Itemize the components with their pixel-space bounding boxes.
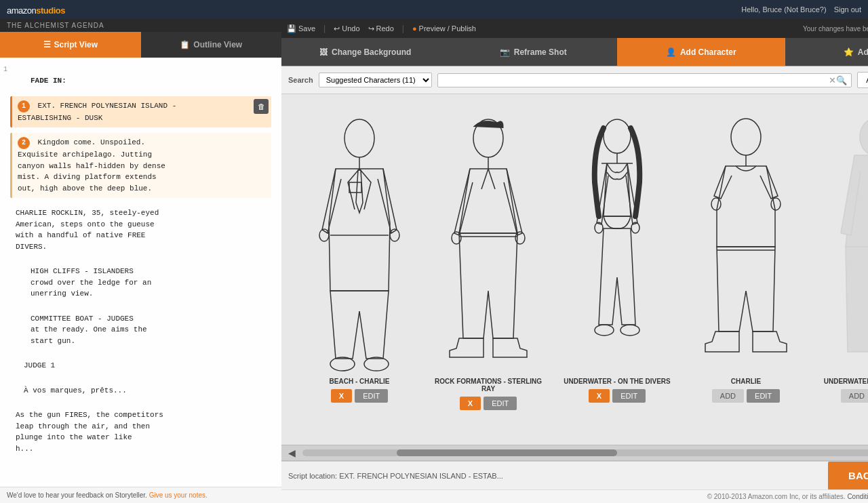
reframe-icon: 📷 bbox=[500, 47, 510, 57]
character-figure-on-divers bbox=[573, 108, 661, 372]
scroll-arrows: ◀ ▶ bbox=[287, 447, 868, 458]
character-card-beach-charlie: BEACH - CHARLIE X EDIT bbox=[295, 101, 424, 409]
undo-button[interactable]: ↩ Undo bbox=[334, 24, 359, 33]
svg-point-22 bbox=[771, 198, 781, 210]
add-new-character-button[interactable]: Add New Character bbox=[857, 72, 868, 88]
toolbar-right: Your changes have been saved | ❓ Help bbox=[803, 24, 868, 33]
feedback-link[interactable]: Give us your notes. bbox=[149, 491, 208, 499]
character-card-sterling-ray: ROCK FORMATIONS - STERLING RAY X EDIT bbox=[424, 101, 553, 417]
script-fade-in: FADE IN: bbox=[10, 71, 271, 91]
main-layout: THE ALCHEMIST AGENDA ☰ Script View 📋 Out… bbox=[0, 19, 868, 503]
amazon-studios-logo: amazonstudios bbox=[7, 4, 65, 16]
svg-point-21 bbox=[711, 198, 721, 210]
tab-script-view[interactable]: ☰ Script View bbox=[0, 32, 141, 58]
scrollbar-row: ◀ ▶ bbox=[281, 445, 868, 461]
character-card-scalloped: UNDERWATER - A SCALLOPED ADD EDIT bbox=[810, 101, 868, 409]
save-icon: 💾 bbox=[287, 24, 296, 33]
script-action-cliffs: HIGH CLIFFS - ISLANDERScrowd over the le… bbox=[10, 262, 271, 304]
project-title: THE ALCHEMIST AGENDA bbox=[0, 19, 281, 32]
scrollbar-track[interactable] bbox=[302, 449, 868, 456]
delete-scene-button[interactable]: 🗑 bbox=[254, 99, 269, 114]
character-card-charlie: CHARLIE ADD EDIT bbox=[682, 101, 810, 409]
characters-scroll: BEACH - CHARLIE X EDIT bbox=[281, 94, 868, 445]
character-edit-button-beach-charlie[interactable]: EDIT bbox=[355, 389, 388, 403]
character-svg-casual bbox=[444, 115, 532, 372]
character-name-sterling-ray: ROCK FORMATIONS - STERLING RAY bbox=[431, 378, 546, 393]
character-figure-scalloped bbox=[831, 108, 868, 372]
view-tabs: ☰ Script View 📋 Outline View bbox=[0, 32, 281, 58]
character-buttons-sterling-ray: X EDIT bbox=[460, 397, 517, 410]
character-name-charlie: CHARLIE bbox=[731, 378, 761, 385]
tab-add-prop[interactable]: ⭐ Add Prop bbox=[785, 38, 869, 66]
character-card-on-divers: UNDERWATER - ON THE DIVERS X EDIT bbox=[553, 101, 682, 409]
character-svg-female-bikini bbox=[573, 115, 661, 372]
characters-container: BEACH - CHARLIE X EDIT bbox=[281, 94, 868, 445]
svg-point-19 bbox=[731, 119, 761, 155]
script-icon: ☰ bbox=[43, 40, 51, 49]
feedback-bar: We'd love to hear your feedback on Story… bbox=[0, 487, 281, 503]
outline-icon: 📋 bbox=[180, 40, 190, 49]
search-input[interactable] bbox=[442, 76, 829, 84]
script-action-charlie: CHARLIE ROCKLIN, 35, steely-eyedAmerican… bbox=[10, 203, 271, 256]
script-scene-1: 🗑 1 EXT. FRENCH POLYNESIAN ISLAND -ESTAB… bbox=[10, 96, 271, 128]
search-input-wrap: ✕ 🔍 bbox=[437, 73, 852, 87]
conditions-of-use-link[interactable]: Conditions of Use bbox=[847, 493, 868, 500]
undo-icon: ↩ bbox=[334, 24, 340, 33]
search-bar: Search Suggested Characters (11) ✕ 🔍 Add… bbox=[281, 66, 868, 94]
add-character-icon: 👤 bbox=[666, 47, 676, 57]
character-buttons-on-divers: X EDIT bbox=[589, 389, 646, 403]
svg-point-24 bbox=[860, 119, 868, 155]
left-panel: THE ALCHEMIST AGENDA ☰ Script View 📋 Out… bbox=[0, 19, 281, 503]
redo-button[interactable]: ↪ Redo bbox=[368, 24, 394, 33]
character-edit-button-charlie[interactable]: EDIT bbox=[747, 389, 780, 403]
character-svg-ghost bbox=[831, 115, 868, 372]
right-panel: 💾 Save | ↩ Undo ↪ Redo | ● Preview / Pub… bbox=[281, 19, 868, 503]
save-button[interactable]: 💾 Save bbox=[287, 24, 315, 33]
script-action-boat: COMMITTEE BOAT - JUDGESat the ready. One… bbox=[10, 309, 271, 351]
copyright-bar: © 2010-2013 Amazon.com Inc, or its affil… bbox=[281, 489, 868, 503]
scrollbar-thumb[interactable] bbox=[397, 449, 617, 456]
character-figure-beach-charlie bbox=[315, 108, 403, 372]
tab-reframe-shot[interactable]: 📷 Reframe Shot bbox=[450, 38, 618, 66]
script-action-fires: As the gun FIRES, the competitorsleap th… bbox=[10, 405, 271, 458]
character-remove-button-beach-charlie[interactable]: X bbox=[331, 389, 352, 403]
preview-icon: ● bbox=[412, 24, 417, 33]
signout-link[interactable]: Sign out bbox=[834, 5, 861, 14]
action-tabs: 🖼 Change Background 📷 Reframe Shot 👤 Add… bbox=[281, 38, 868, 66]
character-name-on-divers: UNDERWATER - ON THE DIVERS bbox=[564, 378, 670, 385]
user-area: Hello, Bruce (Not Bruce?) Sign out bbox=[741, 5, 861, 14]
tab-add-character[interactable]: 👤 Add Character bbox=[617, 38, 785, 66]
character-remove-button-sterling-ray[interactable]: X bbox=[460, 397, 481, 410]
character-edit-button-on-divers[interactable]: EDIT bbox=[612, 389, 646, 403]
character-svg-suit bbox=[315, 115, 403, 372]
script-location: Script location: EXT. FRENCH POLYNESIAN … bbox=[288, 472, 503, 480]
preview-publish-button[interactable]: ● Preview / Publish bbox=[412, 24, 476, 33]
search-clear-icon[interactable]: ✕ bbox=[829, 75, 836, 85]
character-figure-sterling-ray bbox=[444, 108, 532, 372]
line-number: 1 bbox=[3, 64, 7, 75]
tab-change-background[interactable]: 🖼 Change Background bbox=[281, 38, 450, 66]
search-filter-select[interactable]: Suggested Characters (11) bbox=[319, 73, 432, 87]
character-buttons-charlie: ADD EDIT bbox=[712, 389, 780, 403]
character-add-button-scalloped[interactable]: ADD bbox=[841, 389, 868, 403]
right-toolbar: 💾 Save | ↩ Undo ↪ Redo | ● Preview / Pub… bbox=[281, 19, 868, 38]
character-edit-button-sterling-ray[interactable]: EDIT bbox=[484, 397, 517, 410]
character-add-button-charlie[interactable]: ADD bbox=[712, 389, 744, 403]
character-buttons-scalloped: ADD EDIT bbox=[841, 389, 868, 403]
bottom-bar: Script location: EXT. FRENCH POLYNESIAN … bbox=[281, 461, 868, 489]
character-svg-tshirt bbox=[702, 115, 790, 372]
search-label: Search bbox=[288, 76, 313, 84]
tab-outline-view[interactable]: 📋 Outline View bbox=[141, 32, 282, 58]
back-to-shot-button[interactable]: BACK TO SHOT bbox=[828, 462, 868, 490]
search-go-button[interactable]: 🔍 bbox=[836, 75, 847, 85]
change-bg-icon: 🖼 bbox=[319, 47, 328, 57]
character-name-beach-charlie: BEACH - CHARLIE bbox=[330, 378, 390, 385]
topbar: amazonstudios Hello, Bruce (Not Bruce?) … bbox=[0, 0, 868, 19]
svg-point-13 bbox=[604, 119, 631, 153]
scroll-left-button[interactable]: ◀ bbox=[287, 447, 297, 458]
script-dialogue-judge: JUDGE 1 bbox=[10, 356, 271, 376]
script-dialogue-vosmarques: À vos marques, prêts... bbox=[10, 381, 271, 401]
script-action-2: 2 Kingdom come. Unspoiled.Exquisite arch… bbox=[10, 133, 271, 198]
character-remove-button-on-divers[interactable]: X bbox=[589, 389, 610, 403]
add-prop-icon: ⭐ bbox=[844, 47, 854, 57]
